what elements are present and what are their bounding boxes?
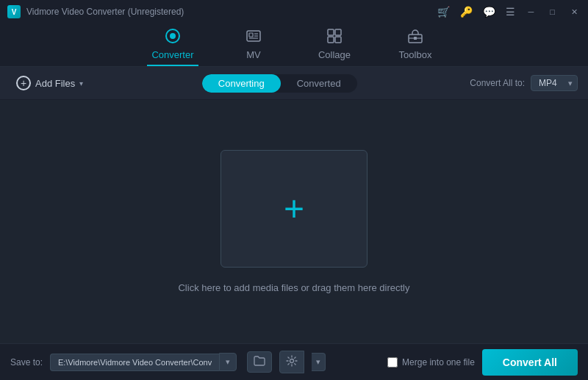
add-files-dropdown-arrow: ▾ [79, 79, 83, 87]
close-button[interactable]: ✕ [568, 6, 581, 18]
format-select[interactable]: MP4 MKV AVI MOV MP3 [531, 75, 578, 91]
merge-checkbox[interactable] [387, 357, 398, 368]
tab-collage[interactable]: Collage [309, 28, 360, 66]
svg-point-1 [170, 33, 176, 39]
svg-rect-7 [328, 29, 334, 35]
add-icon: + [16, 76, 31, 90]
tab-toolbox[interactable]: Toolbox [390, 28, 441, 66]
path-input-wrapper: ▾ [50, 353, 237, 371]
bottom-bar: Save to: ▾ ▾ Merge into one file Convert… [0, 343, 588, 380]
svg-rect-10 [335, 37, 341, 43]
app-icon: V [7, 5, 21, 18]
nav-tabs: Converter MV Collage [0, 24, 588, 67]
svg-rect-9 [328, 37, 334, 43]
mv-icon [245, 28, 262, 46]
main-content: + Click here to add media files or drag … [0, 100, 588, 343]
svg-point-14 [290, 359, 294, 363]
menu-icon[interactable]: ☰ [506, 6, 515, 18]
chat-icon[interactable]: 💬 [483, 6, 495, 18]
toolbar-center: Converting Converted [96, 74, 462, 93]
path-dropdown-button[interactable]: ▾ [219, 353, 237, 371]
plus-icon: + [284, 191, 304, 226]
save-path-input[interactable] [50, 354, 219, 371]
converting-tab-group: Converting Converted [202, 74, 357, 93]
merge-label: Merge into one file [387, 357, 475, 368]
format-wrapper: MP4 MKV AVI MOV MP3 [531, 75, 578, 91]
converter-icon [165, 28, 181, 46]
toolbar-right: Convert All to: MP4 MKV AVI MOV MP3 [470, 75, 578, 91]
app-title: Vidmore Video Converter (Unregistered) [26, 7, 184, 17]
drop-hint: Click here to add media files or drag th… [178, 282, 409, 293]
title-bar-right: 🛒 🔑 💬 ☰ ─ □ ✕ [437, 6, 581, 18]
settings-dropdown-button[interactable]: ▾ [312, 353, 326, 371]
converted-tab[interactable]: Converted [281, 74, 357, 93]
add-files-button[interactable]: + Add Files ▾ [10, 73, 89, 93]
settings-button[interactable] [279, 351, 304, 373]
tab-toolbox-label: Toolbox [399, 49, 432, 60]
tab-collage-label: Collage [318, 49, 351, 60]
merge-label-text: Merge into one file [402, 357, 475, 368]
collage-icon [326, 28, 343, 46]
convert-all-button[interactable]: Convert All [482, 349, 578, 376]
title-bar: V Vidmore Video Converter (Unregistered)… [0, 0, 588, 24]
svg-rect-3 [249, 33, 253, 37]
title-bar-left: V Vidmore Video Converter (Unregistered) [7, 5, 184, 18]
tab-converter-label: Converter [151, 49, 193, 60]
tab-converter[interactable]: Converter [147, 28, 198, 66]
svg-rect-13 [414, 37, 417, 40]
save-to-label: Save to: [10, 357, 43, 368]
maximize-button[interactable]: □ [547, 6, 558, 18]
key-icon[interactable]: 🔑 [460, 6, 473, 18]
converting-tab[interactable]: Converting [202, 74, 281, 93]
cart-icon[interactable]: 🛒 [437, 6, 450, 18]
svg-rect-8 [335, 29, 341, 35]
toolbox-icon [407, 28, 423, 46]
drop-zone[interactable]: + [220, 150, 368, 268]
add-files-label: Add Files [35, 78, 75, 89]
minimize-button[interactable]: ─ [526, 6, 537, 18]
tab-mv[interactable]: MV [228, 28, 279, 66]
convert-all-to-label: Convert All to: [470, 78, 525, 88]
toolbar: + Add Files ▾ Converting Converted Conve… [0, 67, 588, 100]
folder-browse-button[interactable] [247, 351, 272, 373]
tab-mv-label: MV [246, 49, 261, 60]
